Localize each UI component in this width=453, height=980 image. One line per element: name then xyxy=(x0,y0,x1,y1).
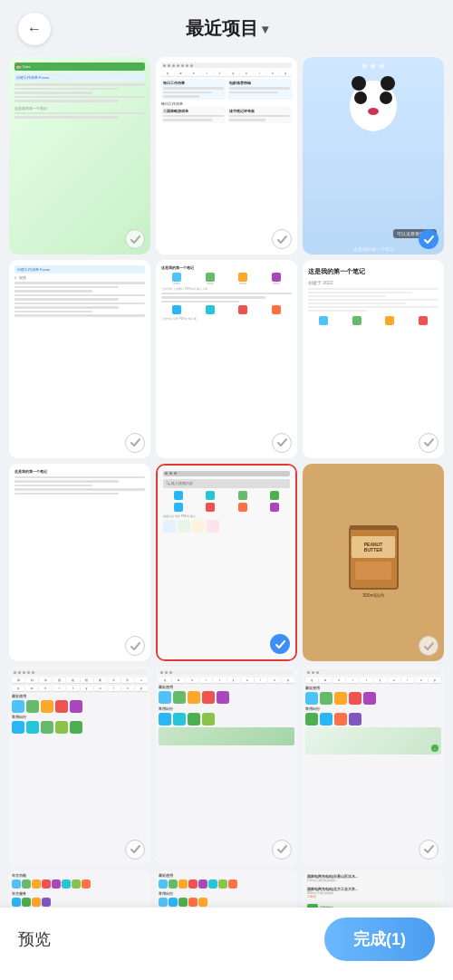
thumbnail-item[interactable]: qwertyuiop 最近使用 常用出行 xyxy=(303,667,444,864)
back-button[interactable]: ← xyxy=(18,13,51,45)
select-check[interactable] xyxy=(272,840,292,860)
select-check[interactable] xyxy=(419,433,439,453)
back-arrow-icon: ← xyxy=(27,21,42,37)
bottom-bar: 预览 完成(1) xyxy=(0,908,453,980)
preview-button[interactable]: 预览 xyxy=(18,928,51,950)
done-button[interactable]: 完成(1) xyxy=(324,918,435,961)
select-check[interactable] xyxy=(125,636,145,656)
thumbnail-item[interactable]: ❄ ❄ ❄ 可以追赛赛精精来 这是我的第一个笔记 xyxy=(303,57,444,255)
thumbnail-item[interactable]: 这是我的第一个笔记 xyxy=(9,464,150,661)
select-check[interactable] xyxy=(125,433,145,453)
thumbnail-item[interactable]: qwertyuiop 最近使用 常用出行 xyxy=(156,667,297,864)
thumbnail-item[interactable]: 我好你国是想要今天∨ qwertyuiop 最近使用 常用出行 xyxy=(9,667,150,864)
chevron-down-icon[interactable]: ▾ xyxy=(262,22,268,36)
thumbnail-item[interactable]: 这是我的第一个笔记 上传代码 上传图片 PDF转存 输入人事 xyxy=(156,260,297,457)
title-text: 最近项目 xyxy=(186,16,258,41)
select-check[interactable] xyxy=(270,634,290,654)
select-check[interactable] xyxy=(419,636,439,656)
thumbnail-item[interactable]: 🔍 输入搜索内容 道路公交 写作 PDF转 输入 xyxy=(156,464,297,661)
thumbnail-grid: 📅Data· 日程工作清单 Focus 这是我的第一个笔记 xyxy=(0,53,453,980)
thumbnail-item[interactable]: 📅Data· 日程工作清单 Focus 这是我的第一个笔记 xyxy=(9,57,150,255)
thumbnail-item[interactable]: 这是我的第一个笔记 创建于 2022 xyxy=(303,260,444,457)
page-title: 最近项目 ▾ xyxy=(186,16,268,41)
select-check[interactable] xyxy=(125,840,145,860)
thumbnail-item[interactable]: 日程工作清单 Focus 1 · 安排 xyxy=(9,260,150,457)
select-check[interactable] xyxy=(419,840,439,860)
thumbnail-item[interactable]: PEANUTBUTTER 300ml以内 xyxy=(303,464,444,661)
header: ← 最近项目 ▾ xyxy=(0,0,453,53)
thumbnail-item[interactable]: qwertyuiop 毎日工作待事 电影推荐特辑 xyxy=(156,57,297,255)
select-check[interactable] xyxy=(272,433,292,453)
